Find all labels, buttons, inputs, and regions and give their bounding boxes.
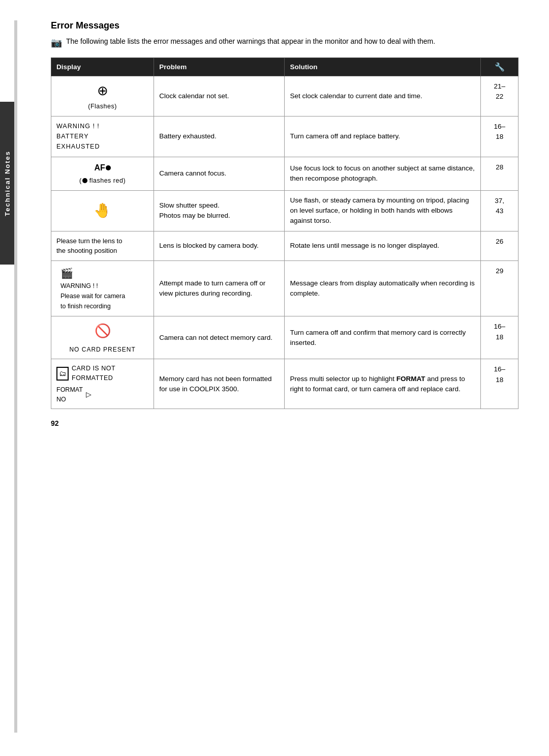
arrow-right-icon: ▷ [86, 389, 92, 400]
page-number: 92 [51, 419, 59, 427]
no-card-icon-group: 🚫 NO CARD PRESENT [56, 321, 148, 354]
info-icon: 📷 [51, 37, 62, 48]
page-cell-lens: 26 [481, 231, 518, 260]
table-row: AF ( flashes red) Camera cannot focus. U… [51, 157, 518, 190]
shake-icon: 🤚 [94, 202, 111, 218]
battery-warning-block: WARNING ! ! BATTERYEXHAUSTED [56, 121, 148, 152]
display-cell-shake: 🤚 [51, 190, 154, 231]
card-format-block: 🗂 CARD IS NOTFORMATTED FORMATNO ▷ [56, 364, 148, 404]
error-table: Display Problem Solution 🔧 ⊕ (Flashes) C… [51, 57, 518, 409]
problem-cell-battery: Battery exhausted. [154, 116, 285, 157]
display-cell-clock: ⊕ (Flashes) [51, 76, 154, 117]
recording-icon: 🎬 [60, 268, 73, 279]
page-cell-shake: 37,43 [481, 190, 518, 231]
main-content: Error Messages 📷 The following table lis… [51, 20, 518, 427]
solution-cell-lens: Rotate lens until message is no longer d… [285, 231, 481, 260]
page-cell-clock: 21–22 [481, 76, 518, 117]
table-row: 🎬 WARNING ! !Please wait for camerato fi… [51, 260, 518, 316]
warning-title-battery: WARNING ! ! [56, 123, 100, 130]
solution-cell-battery: Turn camera off and replace battery. [285, 116, 481, 157]
lens-instruction: Please turn the lens tothe shooting posi… [56, 237, 122, 255]
display-cell-format: 🗂 CARD IS NOTFORMATTED FORMATNO ▷ [51, 359, 154, 409]
af-label: AF [94, 163, 110, 172]
battery-label: BATTERYEXHAUSTED [56, 133, 100, 150]
problem-cell-clock: Clock calendar not set. [154, 76, 285, 117]
page-cell-af: 28 [481, 157, 518, 190]
problem-cell-format: Memory card has not been formatted for u… [154, 359, 285, 409]
problem-cell-recording: Attempt made to turn camera off or view … [154, 260, 285, 316]
problem-cell-shake: Slow shutter speed.Photos may be blurred… [154, 190, 285, 231]
af-dot-inline [82, 178, 87, 183]
side-tab: Technical Notes [0, 102, 14, 265]
recording-warning-text: WARNING ! !Please wait for camerato fini… [60, 282, 125, 310]
af-dot [106, 165, 111, 170]
intro-row: 📷 The following table lists the error me… [51, 36, 518, 48]
table-row: Please turn the lens tothe shooting posi… [51, 231, 518, 260]
format-label: FORMATNO [56, 385, 83, 404]
problem-cell-nocard: Camera can not detect memory card. [154, 316, 285, 359]
section-title: Error Messages [51, 20, 518, 31]
solution-cell-clock: Set clock calendar to current date and t… [285, 76, 481, 117]
no-card-icon: 🚫 [95, 321, 111, 341]
header-problem: Problem [154, 58, 285, 76]
table-row: 🗂 CARD IS NOTFORMATTED FORMATNO ▷ Memory… [51, 359, 518, 409]
af-sub-label: ( flashes red) [79, 176, 126, 186]
display-cell-recording: 🎬 WARNING ! !Please wait for camerato fi… [51, 260, 154, 316]
problem-cell-af: Camera cannot focus. [154, 157, 285, 190]
card-format-icon: 🗂 [56, 367, 69, 381]
problem-cell-lens: Lens is blocked by camera body. [154, 231, 285, 260]
display-label-clock: (Flashes) [56, 102, 148, 111]
solution-cell-nocard: Turn camera off and confirm that memory … [285, 316, 481, 359]
display-cell-af: AF ( flashes red) [51, 157, 154, 190]
page-cell-format: 16–18 [481, 359, 518, 409]
table-row: 🤚 Slow shutter speed.Photos may be blurr… [51, 190, 518, 231]
side-tab-label: Technical Notes [4, 151, 11, 216]
table-header-row: Display Problem Solution 🔧 [51, 58, 518, 76]
page-cell-nocard: 16–18 [481, 316, 518, 359]
intro-text: The following table lists the error mess… [66, 36, 435, 47]
table-row: 🚫 NO CARD PRESENT Camera can not detect … [51, 316, 518, 359]
page-footer: 92 [51, 419, 518, 427]
display-cell-lens: Please turn the lens tothe shooting posi… [51, 231, 154, 260]
table-row: WARNING ! ! BATTERYEXHAUSTED Battery exh… [51, 116, 518, 157]
wrench-icon: 🔧 [495, 63, 505, 71]
table-row: ⊕ (Flashes) Clock calendar not set. Set … [51, 76, 518, 117]
solution-cell-format: Press multi selector up to highlight FOR… [285, 359, 481, 409]
page-cell-recording: 29 [481, 260, 518, 316]
solution-cell-recording: Message clears from display automaticall… [285, 260, 481, 316]
solution-cell-shake: Use flash, or steady camera by mounting … [285, 190, 481, 231]
format-option-row: FORMATNO ▷ [56, 385, 148, 404]
display-cell-battery: WARNING ! ! BATTERYEXHAUSTED [51, 116, 154, 157]
header-page: 🔧 [481, 58, 518, 76]
left-accent [14, 20, 17, 733]
page-cell-battery: 16–18 [481, 116, 518, 157]
solution-cell-af: Use focus lock to focus on another subje… [285, 157, 481, 190]
card-not-formatted-label: CARD IS NOTFORMATTED [72, 364, 115, 383]
display-cell-nocard: 🚫 NO CARD PRESENT [51, 316, 154, 359]
page-wrapper: Technical Notes Error Messages 📷 The fol… [0, 0, 549, 756]
header-solution: Solution [285, 58, 481, 76]
header-display: Display [51, 58, 154, 76]
no-card-label: NO CARD PRESENT [69, 345, 135, 354]
card-icon-row: 🗂 CARD IS NOTFORMATTED [56, 364, 148, 383]
clock-icon: ⊕ [56, 81, 148, 101]
recording-warning-block: 🎬 WARNING ! !Please wait for camerato fi… [56, 266, 148, 312]
